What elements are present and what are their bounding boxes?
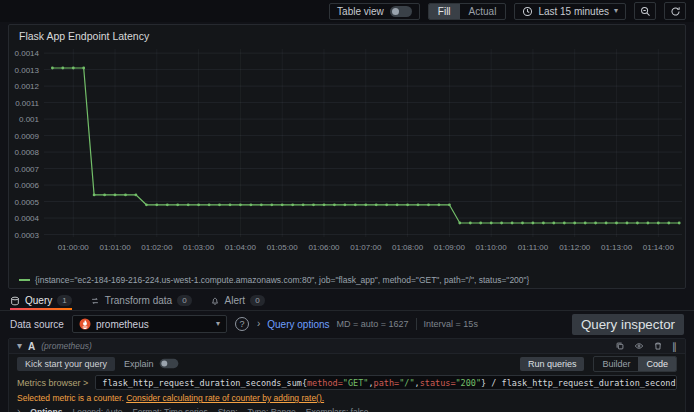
drag-handle-icon[interactable]: ∥ [672, 341, 677, 352]
query-toolbar: Kick start your query Explain Run querie… [9, 354, 685, 373]
svg-text:01:09:00: 01:09:00 [434, 243, 466, 252]
option-legend: Legend: Auto [72, 407, 122, 412]
query-inspector-button[interactable]: Query inspector [572, 314, 684, 335]
svg-text:0.001: 0.001 [19, 115, 40, 124]
query-options-toggle[interactable]: › Query options MD = auto = 1627 Interva… [257, 318, 478, 330]
query-row-actions: ∥ [615, 341, 677, 352]
query-options-summary-row[interactable]: › Options Legend: Auto Format: Time seri… [9, 405, 685, 412]
datasource-row: Data source prometheus ▾ ? › Query optio… [0, 312, 694, 336]
search-minus-icon [640, 6, 651, 17]
actual-option[interactable]: Actual [460, 4, 506, 19]
tab-transform-badge: 0 [177, 295, 191, 306]
caret-down-icon: ▾ [216, 320, 220, 328]
table-view-group: Table view [329, 3, 420, 20]
chart-area: 01:00:0001:01:0001:02:0001:03:0001:04:00… [10, 43, 686, 269]
chart-legend: {instance="ec2-184-169-216-224.us-west-1… [19, 275, 529, 285]
query-editor-card: ▾ A (prometheus) ∥ Kick start your query… [8, 338, 686, 412]
query-row-header[interactable]: ▾ A (prometheus) ∥ [9, 339, 685, 354]
options-label: Options [30, 407, 62, 412]
chevron-right-icon: › [17, 407, 20, 412]
svg-text:01:03:00: 01:03:00 [183, 243, 215, 252]
warning-text: Selected metric is a counter. [17, 393, 124, 403]
max-data-points-summary: MD = auto = 1627 [337, 319, 409, 329]
warning-rate-link[interactable]: Consider calculating rate of counter by … [126, 393, 324, 403]
query-ref-id: A [28, 341, 35, 352]
help-icon[interactable]: ? [235, 317, 249, 331]
svg-text:0.0013: 0.0013 [15, 66, 40, 75]
datasource-label: Data source [10, 319, 64, 330]
transform-icon [90, 296, 100, 306]
trash-icon[interactable] [653, 341, 663, 351]
table-view-label: Table view [337, 6, 384, 17]
svg-text:0.0007: 0.0007 [15, 165, 40, 174]
tab-alert[interactable]: Alert 0 [210, 295, 265, 310]
fill-option[interactable]: Fill [429, 4, 460, 19]
tab-query[interactable]: Query 1 [10, 295, 72, 310]
prometheus-icon [79, 318, 91, 330]
database-icon [10, 296, 20, 306]
svg-text:0.0004: 0.0004 [15, 214, 40, 223]
svg-text:01:02:00: 01:02:00 [141, 243, 173, 252]
svg-text:01:06:00: 01:06:00 [308, 243, 340, 252]
clock-icon [522, 6, 533, 17]
svg-text:01:01:00: 01:01:00 [99, 243, 131, 252]
latency-chart[interactable]: 01:00:0001:01:0001:02:0001:03:0001:04:00… [10, 43, 686, 269]
builder-code-segmented: Builder Code [593, 356, 677, 372]
legend-swatch [19, 279, 30, 281]
svg-text:0.0009: 0.0009 [15, 132, 40, 141]
query-options-label: Query options [267, 319, 329, 330]
datasource-picker[interactable]: prometheus ▾ [72, 315, 227, 333]
panel-title: Flask App Endpoint Latency [9, 25, 685, 42]
option-type: Type: Range [248, 407, 296, 412]
chevron-down-icon[interactable]: ▾ [17, 341, 22, 351]
refresh-button[interactable] [664, 2, 686, 20]
panel-editor-toolbar: Table view Fill Actual Last 15 minutes ▾ [0, 0, 694, 22]
explain-group: Explain [124, 358, 180, 369]
metrics-browser-button[interactable]: Metrics browser > [17, 378, 88, 388]
query-editor-row: Metrics browser > flask_http_request_dur… [9, 373, 685, 392]
option-format: Format: Time series [133, 407, 208, 412]
table-view-toggle[interactable] [390, 6, 412, 17]
time-range-picker[interactable]: Last 15 minutes ▾ [514, 3, 626, 20]
datasource-value: prometheus [96, 319, 149, 330]
option-step: Step: [218, 407, 238, 412]
tab-transform-label: Transform data [105, 295, 172, 306]
zoom-out-time-button[interactable] [634, 2, 656, 20]
eye-icon[interactable] [634, 341, 644, 351]
svg-text:0.0012: 0.0012 [15, 82, 40, 91]
time-range-label: Last 15 minutes [538, 6, 609, 17]
explain-label: Explain [124, 359, 154, 369]
svg-text:01:11:00: 01:11:00 [518, 243, 549, 252]
tab-query-label: Query [25, 295, 52, 306]
svg-text:01:08:00: 01:08:00 [392, 243, 424, 252]
svg-text:01:05:00: 01:05:00 [267, 243, 299, 252]
svg-text:01:10:00: 01:10:00 [476, 243, 508, 252]
explain-toggle[interactable] [159, 359, 178, 368]
editor-tabs: Query 1 Transform data 0 Alert 0 [0, 291, 694, 311]
tab-transform-data[interactable]: Transform data 0 [90, 295, 192, 310]
svg-text:01:00:00: 01:00:00 [58, 243, 90, 252]
svg-text:0.0006: 0.0006 [15, 181, 40, 190]
query-expression-input[interactable]: flask_http_request_duration_seconds_sum{… [95, 375, 677, 390]
svg-text:01:12:00: 01:12:00 [559, 243, 591, 252]
refresh-icon [670, 6, 681, 17]
interval-summary: Interval = 15s [424, 319, 478, 329]
fill-actual-segmented: Fill Actual [428, 3, 507, 20]
tab-query-badge: 1 [57, 295, 71, 306]
run-queries-button[interactable]: Run queries [520, 357, 585, 371]
chevron-right-icon: › [257, 319, 260, 329]
svg-text:0.0005: 0.0005 [15, 198, 40, 207]
legend-series-label[interactable]: {instance="ec2-184-169-216-224.us-west-1… [35, 275, 529, 285]
divider [416, 318, 417, 330]
counter-warning: Selected metric is a counter. Consider c… [9, 392, 685, 403]
svg-text:0.0011: 0.0011 [15, 99, 39, 108]
bell-icon [210, 296, 220, 306]
code-option[interactable]: Code [638, 357, 676, 371]
copy-icon[interactable] [615, 341, 625, 351]
query-expression: flask_http_request_duration_seconds_sum{… [102, 378, 677, 388]
builder-option[interactable]: Builder [594, 357, 638, 371]
svg-text:01:14:00: 01:14:00 [643, 243, 675, 252]
svg-text:0.0003: 0.0003 [15, 231, 40, 240]
kick-start-query-button[interactable]: Kick start your query [17, 357, 115, 371]
latency-panel: Flask App Endpoint Latency 01:00:0001:01… [8, 24, 686, 289]
